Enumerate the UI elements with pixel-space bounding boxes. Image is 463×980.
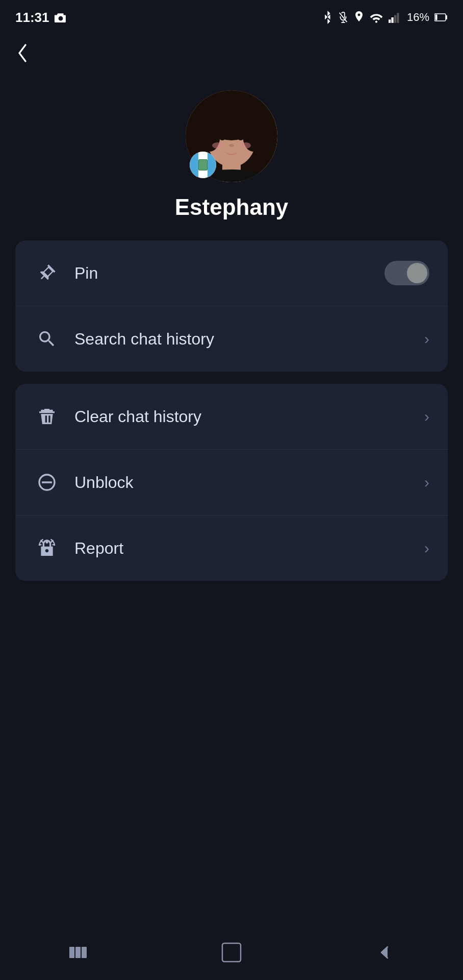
bluetooth-icon: [323, 11, 332, 24]
card-2: Clear chat history › Unblock ›: [0, 384, 463, 581]
search-chevron-icon: ›: [424, 330, 429, 348]
report-icon: [34, 535, 60, 561]
menu-card-1: Pin Search chat history ›: [15, 240, 448, 372]
svg-point-15: [237, 132, 244, 140]
menu-card-2: Clear chat history › Unblock ›: [15, 384, 448, 581]
flag-coat: [198, 159, 208, 170]
svg-rect-23: [75, 947, 81, 958]
svg-rect-24: [82, 947, 87, 958]
profile-name: Estephany: [175, 194, 289, 220]
clear-chat-history-item[interactable]: Clear chat history ›: [15, 384, 448, 450]
unblock-icon: [34, 469, 60, 496]
flag-badge: [190, 152, 216, 178]
status-time-group: 11:31: [15, 10, 68, 26]
svg-rect-0: [389, 19, 391, 23]
search-chat-history-item[interactable]: Search chat history ›: [15, 306, 448, 372]
search-chat-history-label: Search chat history: [74, 330, 424, 349]
svg-rect-22: [69, 947, 74, 958]
battery-percentage: 16%: [407, 11, 429, 24]
mute-icon: [338, 11, 349, 24]
status-bar: 11:31 16%: [0, 0, 463, 31]
pin-menu-item[interactable]: Pin: [15, 240, 448, 306]
report-label: Report: [74, 539, 424, 558]
svg-rect-1: [391, 17, 393, 23]
search-icon: [34, 326, 60, 352]
pin-toggle[interactable]: [384, 261, 429, 285]
card-1: Pin Search chat history ›: [0, 240, 463, 372]
signal-icon: [389, 12, 402, 23]
status-icons-group: 16%: [323, 11, 448, 24]
svg-point-21: [46, 541, 48, 544]
recent-apps-button[interactable]: [67, 944, 87, 965]
svg-rect-2: [394, 15, 396, 23]
time-display: 11:31: [15, 10, 49, 26]
back-button[interactable]: [0, 31, 47, 80]
clear-icon: [34, 403, 60, 430]
battery-icon: [434, 13, 448, 22]
svg-rect-3: [397, 13, 399, 23]
svg-point-14: [219, 132, 226, 140]
report-item[interactable]: Report ›: [15, 516, 448, 581]
unblock-label: Unblock: [74, 473, 424, 492]
svg-point-18: [241, 142, 251, 149]
profile-section: Estephany: [0, 80, 463, 240]
location-icon: [354, 11, 364, 24]
clear-chat-history-label: Clear chat history: [74, 407, 424, 426]
avatar-container: [186, 90, 277, 182]
svg-point-17: [212, 142, 222, 149]
guatemala-flag: [190, 152, 216, 178]
pin-toggle-knob: [407, 263, 427, 283]
svg-rect-5: [446, 15, 447, 19]
bottom-nav: [0, 934, 463, 980]
wifi-icon: [369, 12, 383, 23]
home-button[interactable]: [221, 942, 242, 967]
svg-point-16: [229, 144, 234, 147]
clear-chevron-icon: ›: [424, 408, 429, 425]
pin-label: Pin: [74, 264, 384, 283]
svg-rect-25: [222, 943, 241, 962]
svg-rect-6: [435, 15, 438, 20]
unblock-chevron-icon: ›: [424, 474, 429, 491]
camera-icon: [54, 12, 68, 23]
pin-icon: [34, 260, 60, 286]
unblock-item[interactable]: Unblock ›: [15, 450, 448, 516]
report-chevron-icon: ›: [424, 540, 429, 557]
system-back-button[interactable]: [376, 944, 396, 965]
